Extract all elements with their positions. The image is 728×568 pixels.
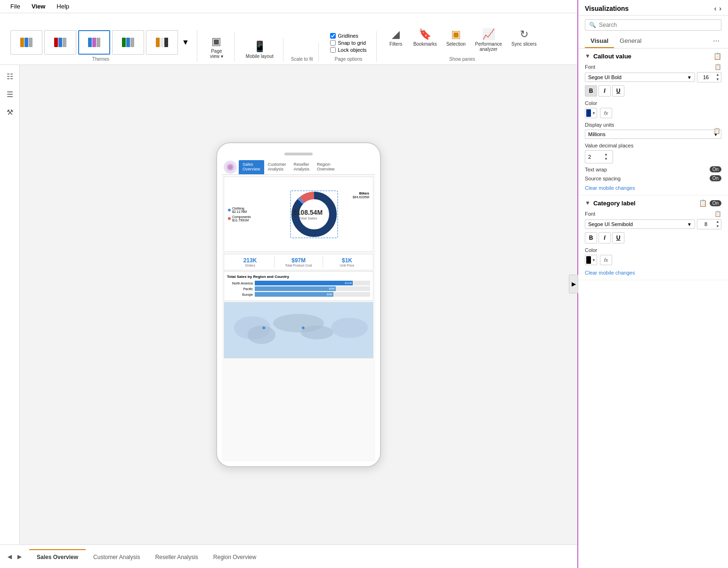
theme-item-2[interactable]	[44, 30, 76, 55]
bold-btn-callout[interactable]: B	[585, 85, 597, 97]
phone-tab-sales[interactable]: SalesOverview	[239, 160, 264, 174]
panel-collapse-btn[interactable]: ▶	[569, 275, 578, 293]
page-tab-reseller[interactable]: Reseller Analysis	[147, 549, 205, 564]
font-size-value-callout: 16	[697, 73, 714, 81]
category-copy-icon[interactable]: 📋	[699, 199, 707, 207]
menu-help[interactable]: Help	[51, 1, 75, 12]
theme-item-3[interactable]	[78, 30, 110, 55]
menu-view[interactable]: View	[26, 1, 51, 12]
sync-btn[interactable]: ↻ Sync slicers	[508, 25, 540, 55]
underline-btn-callout[interactable]: U	[612, 85, 624, 97]
search-icon: 🔍	[589, 22, 596, 28]
theme-item-4[interactable]	[112, 30, 144, 55]
category-label-section: ▼ Category label 📋 On Font 📋 Segoe UI Se…	[578, 195, 728, 280]
page-tab-region[interactable]: Region Overview	[206, 549, 264, 564]
snap-cb[interactable]: Snap to grid	[330, 40, 366, 46]
bold-btn-category[interactable]: B	[585, 232, 597, 243]
more-options-btn[interactable]: ⋯	[711, 34, 721, 48]
category-label-title: Category label	[593, 200, 636, 207]
underline-btn-category[interactable]: U	[612, 232, 624, 243]
performance-btn[interactable]: 📈 Performanceanalyzer	[471, 25, 506, 55]
color-row-callout: ▼ fx	[585, 108, 721, 118]
font-copy-icon[interactable]: 📋	[714, 64, 721, 70]
menu-file[interactable]: File	[5, 1, 26, 12]
mobile-layout-group: 📱 Mobile layout	[236, 38, 283, 62]
page-next-btn[interactable]: ▶	[15, 552, 24, 562]
filters-btn[interactable]: ◢ Filters	[384, 25, 408, 55]
page-nav: ◀ ▶	[5, 552, 24, 562]
callout-copy-icon[interactable]: 📋	[713, 52, 721, 60]
donut-chart-area: Clothing$2.1176M Components$11.7991M	[224, 177, 373, 252]
theme-more-btn[interactable]: ▼	[180, 38, 191, 47]
source-spacing-toggle[interactable]: On	[710, 175, 721, 181]
search-box[interactable]: 🔍	[585, 19, 721, 31]
decimal-value-input[interactable]	[588, 154, 602, 160]
mobile-layout-btn[interactable]: 📱 Mobile layout	[242, 38, 277, 62]
theme-item-1[interactable]	[10, 30, 42, 55]
category-collapse-icon[interactable]: ▼	[585, 200, 590, 206]
fx-btn-callout[interactable]: fx	[600, 108, 612, 118]
tab-general[interactable]: General	[614, 34, 647, 48]
snap-checkbox[interactable]	[330, 40, 336, 46]
page-options-label: Page options	[335, 57, 362, 62]
page-view-label: Pageview ▾	[210, 49, 223, 59]
scale-group: Scale to fit	[285, 42, 319, 62]
font-family-select-category[interactable]: Segoe UI Semibold ▼	[585, 219, 695, 229]
display-units-copy[interactable]: 📋	[713, 128, 720, 134]
themes-label: Themes	[92, 57, 109, 62]
lock-cb[interactable]: Lock objects	[330, 47, 366, 53]
decimal-down[interactable]: ▼	[604, 157, 608, 162]
text-wrap-toggle[interactable]: On	[710, 166, 721, 172]
font-row-callout: Segoe UI Bold ▼ 16 ▲ ▼	[585, 72, 721, 82]
performance-label: Performanceanalyzer	[475, 41, 502, 52]
panel-forward-icon[interactable]: ›	[719, 5, 721, 12]
decimal-up[interactable]: ▲	[604, 152, 608, 157]
callout-collapse-icon[interactable]: ▼	[585, 53, 590, 59]
performance-icon: 📈	[482, 28, 495, 41]
phone-tab-reseller[interactable]: ResellerAnalysis	[290, 160, 314, 174]
font-size-up-callout[interactable]: ▲	[714, 73, 721, 77]
kpi-unit-price: $1K Unit Price	[323, 256, 371, 268]
sidebar-data-icon[interactable]: ☰	[2, 87, 17, 102]
sidebar-model-icon[interactable]: ⚒	[2, 105, 17, 120]
page-prev-btn[interactable]: ◀	[5, 552, 15, 562]
color-swatch-category[interactable]: ▼	[585, 255, 597, 265]
phone-tab-region[interactable]: RegionOverview	[313, 160, 339, 174]
italic-btn-category[interactable]: I	[599, 232, 611, 243]
display-units-select[interactable]: Millions ▼	[585, 130, 721, 139]
phone-nav: SalesOverview CustomerAnalysis ResellerA…	[222, 160, 375, 175]
search-input[interactable]	[599, 22, 717, 28]
gridlines-cb[interactable]: Gridlines	[330, 33, 366, 39]
category-toggle[interactable]: On	[710, 200, 721, 206]
font-size-up-cat[interactable]: ▲	[714, 219, 721, 224]
filters-icon: ◢	[392, 28, 400, 41]
bar-fill-na: $11M	[255, 281, 353, 285]
color-swatch-callout[interactable]: ▼	[585, 108, 597, 118]
gridlines-checkbox[interactable]	[330, 33, 336, 39]
page-tab-customer[interactable]: Customer Analysis	[86, 549, 147, 564]
page-tab-sales[interactable]: Sales Overview	[29, 549, 86, 564]
legend-clothing: Clothing$2.1176M	[228, 207, 251, 213]
font-size-down-cat[interactable]: ▼	[714, 224, 721, 229]
fx-btn-category[interactable]: fx	[600, 255, 612, 265]
font-copy-icon-cat[interactable]: 📋	[714, 211, 721, 217]
page-view-btn[interactable]: ▣ Pageview ▾	[205, 32, 228, 62]
font-family-select-callout[interactable]: Segoe UI Bold ▼	[585, 73, 695, 82]
sidebar-report-icon[interactable]: ☷	[2, 69, 17, 84]
phone-tab-customer[interactable]: CustomerAnalysis	[264, 160, 290, 174]
tab-visual[interactable]: Visual	[585, 34, 614, 48]
font-size-down-callout[interactable]: ▼	[714, 77, 721, 82]
panel-back-icon[interactable]: ‹	[714, 5, 717, 12]
legend-components: Components$11.7991M	[228, 215, 251, 222]
bar-row-europe: Europe $9M	[227, 292, 370, 297]
svg-point-13	[331, 317, 368, 338]
theme-item-5[interactable]	[146, 30, 178, 55]
selection-btn[interactable]: ▣ Selection	[443, 25, 469, 55]
lock-checkbox[interactable]	[330, 47, 336, 53]
bookmarks-btn[interactable]: 🔖 Bookmarks	[410, 25, 441, 55]
clear-category-link[interactable]: Clear mobile changes	[585, 270, 635, 276]
theme-items: ▼	[10, 30, 191, 55]
italic-btn-callout[interactable]: I	[599, 85, 611, 97]
clear-callout-link[interactable]: Clear mobile changes	[585, 185, 635, 191]
show-panes-group: ◢ Filters 🔖 Bookmarks ▣ Selection 📈 Perf…	[379, 25, 546, 62]
